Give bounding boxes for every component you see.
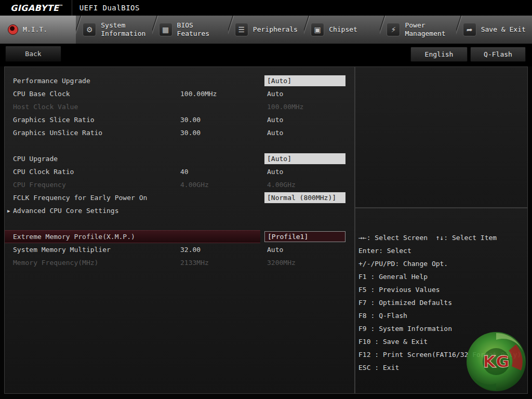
setting-value-cell: Auto (264, 168, 354, 176)
gigabyte-logo: GIGABYTE™ (0, 3, 63, 13)
setting-row[interactable]: Extreme Memory Profile(X.M.P.)[Profile1] (5, 230, 354, 243)
setting-row-main: CPU Base Clock100.00MHz (5, 87, 260, 100)
setting-row[interactable]: FCLK Frequency for Early Power On[Normal… (5, 191, 354, 204)
back-button[interactable]: Back (5, 46, 61, 62)
setting-option-value: 3200MHz (264, 259, 354, 267)
setting-option-value: 4.00GHz (264, 181, 354, 189)
setting-value-cell: [Auto] (264, 153, 354, 164)
toolbar: Back English Q-Flash (0, 44, 532, 66)
setting-current-value: 30.00 (180, 116, 256, 124)
setting-row[interactable]: CPU Clock Ratio40Auto (5, 165, 354, 178)
setting-row-main: Graphics Slice Ratio30.00 (5, 113, 260, 126)
setting-row-main: Extreme Memory Profile(X.M.P.) (5, 230, 260, 243)
save-exit-icon: ➦ (463, 23, 476, 36)
setting-value-cell: Auto (264, 116, 354, 124)
setting-row[interactable]: Performance Upgrade[Auto] (5, 74, 354, 87)
setting-label: System Memory Multiplier (5, 246, 180, 254)
setting-option-box[interactable]: [Normal (800MHz)] (264, 192, 345, 203)
uefi-screen: GIGABYTE™ UEFI DualBIOS M.I.T.⚙System In… (0, 0, 532, 399)
setting-row-main: CPU Frequency4.00GHz (5, 178, 260, 191)
help-line: F7 : Optimized Defaults (358, 296, 527, 309)
tab-bios-features[interactable]: ▦BIOS Features (152, 16, 228, 44)
setting-current-value: 40 (180, 168, 256, 176)
setting-option-value: Auto (264, 168, 354, 176)
tab-peripherals[interactable]: ☰Peripherals (228, 16, 304, 44)
chipset-icon: ▣ (311, 23, 324, 36)
setting-option-box[interactable]: [Profile1] (264, 231, 345, 242)
setting-row-main: Graphics UnSlice Ratio30.00 (5, 126, 260, 139)
settings-list: Performance Upgrade[Auto]CPU Base Clock1… (5, 67, 354, 269)
setting-row[interactable]: System Memory Multiplier32.00Auto (5, 243, 354, 256)
setting-label: CPU Upgrade (5, 155, 180, 163)
setting-label: Extreme Memory Profile(X.M.P.) (5, 233, 180, 241)
kitguru-watermark-logo: KG (464, 329, 528, 393)
tab-save-exit[interactable]: ➦Save & Exit (456, 16, 532, 44)
settings-spacer (5, 139, 354, 152)
setting-label: Host Clock Value (5, 103, 180, 111)
setting-option-value: Auto (264, 116, 354, 124)
tab-label: Power Management (405, 21, 454, 38)
mit-icon (8, 24, 18, 35)
tab-bar: M.I.T.⚙System Information▦BIOS Features☰… (0, 16, 532, 44)
gear-icon: ⚙ (83, 23, 96, 36)
english-button[interactable]: English (410, 47, 468, 62)
setting-row[interactable]: Host Clock Value100.00MHz (5, 100, 354, 113)
bios-features-icon: ▦ (159, 23, 172, 36)
help-line: +/-/PU/PD: Change Opt. (358, 257, 527, 270)
tab-system-information[interactable]: ⚙System Information (76, 16, 152, 44)
settings-spacer (5, 217, 354, 230)
qflash-button[interactable]: Q-Flash (470, 47, 526, 62)
setting-value-cell: Auto (264, 129, 354, 137)
setting-row[interactable]: CPU Frequency4.00GHz4.00GHz (5, 178, 354, 191)
tab-label: Chipset (329, 25, 378, 34)
info-panel (355, 66, 528, 208)
setting-option-box[interactable]: [Auto] (264, 75, 345, 86)
tab-label: Save & Exit (481, 25, 530, 34)
submenu-arrow-icon: ▶ (7, 208, 10, 214)
setting-row[interactable]: Graphics UnSlice Ratio30.00Auto (5, 126, 354, 139)
setting-label: FCLK Frequency for Early Power On (5, 194, 180, 202)
help-line: Enter: Select (358, 244, 527, 257)
brand-text: GIGABYTE (10, 3, 59, 13)
peripherals-icon: ☰ (235, 23, 248, 36)
setting-label: CPU Frequency (5, 181, 180, 189)
setting-label: ▶Advanced CPU Core Settings (5, 207, 180, 215)
setting-row-main: ▶Advanced CPU Core Settings (5, 204, 260, 217)
setting-option-box[interactable]: [Auto] (264, 153, 345, 164)
setting-option-value: Auto (264, 90, 354, 98)
setting-label: Graphics Slice Ratio (5, 116, 180, 124)
help-line: F8 : Q-Flash (358, 309, 527, 322)
setting-row[interactable]: Memory Frequency(MHz)2133MHz3200MHz (5, 256, 354, 269)
setting-option-value: 100.00MHz (264, 103, 354, 111)
watermark-text: KG (483, 352, 509, 371)
setting-option-value: Auto (264, 246, 354, 254)
setting-label: Graphics UnSlice Ratio (5, 129, 180, 137)
setting-row[interactable]: CPU Upgrade[Auto] (5, 152, 354, 165)
help-line: F5 : Previous Values (358, 283, 527, 296)
setting-row[interactable]: Graphics Slice Ratio30.00Auto (5, 113, 354, 126)
setting-current-value: 30.00 (180, 129, 256, 137)
tab-m-i-t[interactable]: M.I.T. (0, 16, 76, 44)
help-line: →←: Select Screen ↑↓: Select Item (358, 231, 527, 244)
setting-current-value: 2133MHz (180, 259, 256, 267)
trademark-symbol: ™ (59, 4, 63, 8)
setting-row-main: System Memory Multiplier32.00 (5, 243, 260, 256)
tab-label: M.I.T. (23, 25, 72, 34)
setting-value-cell: [Auto] (264, 75, 354, 86)
setting-value-cell: 4.00GHz (264, 181, 354, 189)
setting-value-cell: Auto (264, 90, 354, 98)
setting-row-main: Host Clock Value (5, 100, 260, 113)
tab-power-management[interactable]: ⚡Power Management (380, 16, 456, 44)
setting-row-main: FCLK Frequency for Early Power On (5, 191, 260, 204)
tab-label: BIOS Features (177, 21, 226, 38)
setting-row[interactable]: ▶Advanced CPU Core Settings (5, 204, 354, 217)
bios-title: UEFI DualBIOS (72, 4, 140, 12)
setting-row-main: CPU Clock Ratio40 (5, 165, 260, 178)
content-area: Performance Upgrade[Auto]CPU Base Clock1… (4, 66, 528, 394)
setting-value-cell: 3200MHz (264, 259, 354, 267)
setting-row[interactable]: CPU Base Clock100.00MHzAuto (5, 87, 354, 100)
tab-chipset[interactable]: ▣Chipset (304, 16, 380, 44)
setting-value-cell: [Normal (800MHz)] (264, 192, 354, 203)
setting-value-cell: 100.00MHz (264, 103, 354, 111)
topbar: GIGABYTE™ UEFI DualBIOS (0, 0, 532, 16)
